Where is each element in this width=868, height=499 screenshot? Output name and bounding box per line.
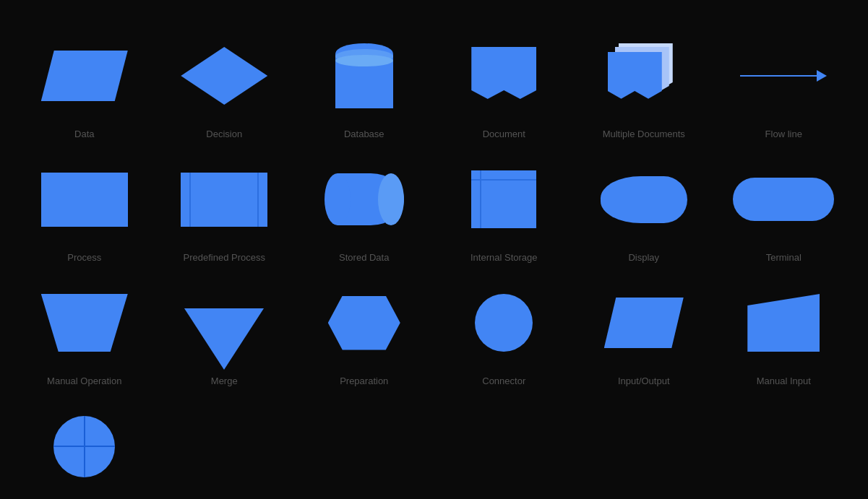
decision-shape xyxy=(181,47,267,105)
database-shape xyxy=(335,43,393,108)
connector-shape xyxy=(475,294,533,352)
or-shape xyxy=(53,416,115,477)
shape-cell-terminal[interactable]: Terminal xyxy=(714,145,854,269)
merge-label: Merge xyxy=(211,376,238,386)
process-shape xyxy=(41,173,128,227)
shape-cell-merge[interactable]: Merge xyxy=(155,269,295,392)
manual-operation-label: Manual Operation xyxy=(47,376,121,386)
flow-line-shape xyxy=(740,70,827,82)
shape-cell-database[interactable]: Database xyxy=(294,22,434,145)
shape-cell-internal-storage[interactable]: Internal Storage xyxy=(434,145,575,269)
preparation-shape xyxy=(328,296,400,350)
stored-data-shape xyxy=(325,173,404,225)
multiple-documents-shape xyxy=(608,43,680,108)
shape-cell-connector[interactable]: Connector xyxy=(434,269,575,392)
flowchart-shapes-grid: Data Decision Database Document xyxy=(0,0,868,499)
shape-cell-multiple-documents[interactable]: Multiple Documents xyxy=(574,22,714,145)
shape-cell-data[interactable]: Data xyxy=(14,22,155,145)
terminal-shape xyxy=(733,178,834,221)
preparation-label: Preparation xyxy=(340,376,388,386)
multiple-documents-label: Multiple Documents xyxy=(603,129,685,139)
shape-cell-predefined-process[interactable]: Predefined Process xyxy=(155,145,295,269)
document-label: Document xyxy=(483,129,525,139)
database-label: Database xyxy=(344,129,384,139)
terminal-label: Terminal xyxy=(766,252,802,263)
shape-cell-flow-line[interactable]: Flow line xyxy=(714,22,854,145)
shape-cell-manual-operation[interactable]: Manual Operation xyxy=(14,269,155,392)
internal-storage-label: Internal Storage xyxy=(470,252,538,263)
shape-cell-document[interactable]: Document xyxy=(434,22,575,145)
display-label: Display xyxy=(628,252,659,263)
merge-shape xyxy=(184,308,264,370)
connector-label: Connector xyxy=(482,376,525,386)
shape-cell-preparation[interactable]: Preparation xyxy=(294,269,434,392)
display-shape xyxy=(601,176,687,223)
flow-line-label: Flow line xyxy=(765,129,802,139)
shape-cell-manual-input[interactable]: Manual Input xyxy=(714,269,854,392)
manual-operation-shape xyxy=(41,294,128,352)
shape-cell-decision[interactable]: Decision xyxy=(155,22,295,145)
input-output-label: Input/Output xyxy=(618,376,670,386)
shape-cell-input-output[interactable]: Input/Output xyxy=(574,269,714,392)
manual-input-shape xyxy=(747,294,820,352)
predefined-process-label: Predefined Process xyxy=(184,252,265,263)
data-shape xyxy=(41,51,128,101)
predefined-process-shape xyxy=(181,173,267,227)
document-shape xyxy=(471,47,536,105)
process-label: Process xyxy=(67,252,101,263)
input-output-shape xyxy=(604,298,684,348)
data-label: Data xyxy=(74,129,94,139)
manual-input-label: Manual Input xyxy=(757,376,811,386)
shape-cell-or[interactable]: Or xyxy=(14,392,155,499)
internal-storage-shape xyxy=(471,170,536,228)
stored-data-label: Stored Data xyxy=(339,252,389,263)
shape-cell-process[interactable]: Process xyxy=(14,145,155,269)
shape-cell-stored-data[interactable]: Stored Data xyxy=(294,145,434,269)
decision-label: Decision xyxy=(206,129,242,139)
shape-cell-display[interactable]: Display xyxy=(574,145,714,269)
